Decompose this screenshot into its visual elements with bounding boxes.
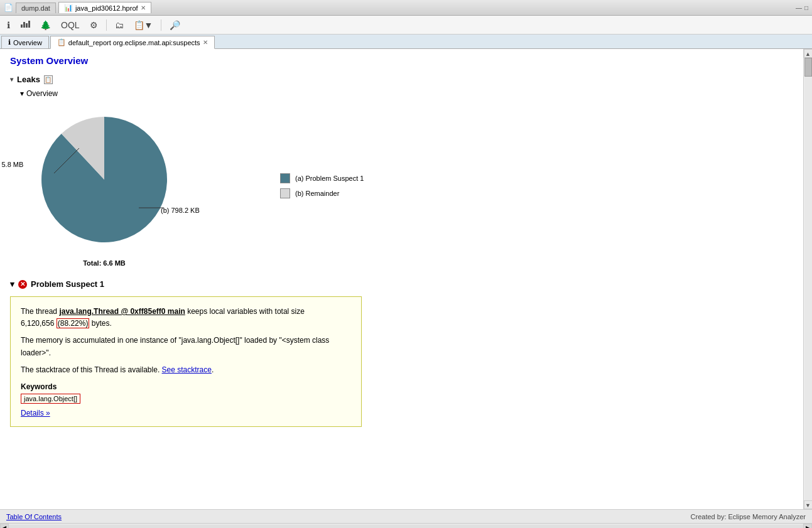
problem-toggle[interactable]: ▾ — [10, 279, 14, 289]
vertical-scrollbar[interactable]: ▲ ▼ — [803, 49, 812, 509]
problem-text-1: The thread java.lang.Thread @ 0xff85eff0… — [21, 306, 351, 330]
inactive-tab-label[interactable]: dump.dat — [16, 3, 56, 13]
nav-button[interactable]: 🗂 — [112, 18, 127, 32]
desc3-post: . — [212, 365, 214, 374]
dominator-button[interactable]: 🌲 — [37, 18, 54, 32]
problem-box: The thread java.lang.Thread @ 0xff85eff0… — [10, 296, 362, 427]
chart-area: (a) 5.8 MB — [29, 104, 793, 267]
horizontal-scrollbar[interactable]: ◀ ▶ — [0, 523, 812, 528]
active-title-tab[interactable]: 📊 java_pid30612.hprof ✕ — [58, 2, 151, 13]
pie-label-a: (a) 5.8 MB — [0, 161, 23, 168]
maximize-btn[interactable]: □ — [804, 4, 808, 11]
problem-text-3: The stacktrace of this Thread is availab… — [21, 364, 351, 376]
overview-toggle[interactable]: ▾ — [20, 89, 24, 98]
overview-label: Overview — [26, 89, 58, 98]
legend-color-b — [280, 188, 290, 198]
legend-item-a: (a) Problem Suspect 1 — [280, 173, 364, 183]
report-tab-icon: 📋 — [57, 38, 66, 46]
keyword-tag-0: java.lang.Object[] — [21, 394, 80, 404]
toc-link[interactable]: Table Of Contents — [6, 513, 62, 520]
main-wrapper: System Overview ▾ Leaks 📋 ▾ Overview (a)… — [0, 49, 812, 509]
svg-rect-1 — [23, 22, 25, 28]
leaks-label: Leaks — [17, 75, 40, 84]
h-scroll-track[interactable] — [9, 525, 803, 529]
keywords-section: Keywords java.lang.Object[] — [21, 382, 351, 404]
chart-legend: (a) Problem Suspect 1 (b) Remainder — [280, 173, 364, 198]
minimize-btn[interactable]: — — [796, 4, 802, 11]
search-button[interactable]: 🔎 — [166, 18, 183, 32]
overview-subsection-header: ▾ Overview — [20, 89, 793, 98]
svg-rect-0 — [21, 24, 23, 28]
report-tab-label: default_report org.eclipse.mat.api:suspe… — [68, 39, 200, 46]
svg-rect-3 — [28, 21, 30, 28]
pie-label-b: (b) 798.2 KB — [161, 207, 200, 214]
problem-suspect-header: ▾ ✕ Problem Suspect 1 — [10, 279, 793, 289]
hprof-tab-label: java_pid30612.hprof — [75, 4, 138, 12]
reports-button[interactable]: 📋▼ — [131, 18, 156, 32]
problem-text-2: The memory is accumulated in one instanc… — [21, 335, 351, 358]
hprof-tab-close[interactable]: ✕ — [141, 4, 146, 11]
pie-total: Total: 6.6 MB — [29, 259, 180, 267]
window-controls: — □ — [796, 4, 808, 11]
thread-ref: java.lang.Thread @ 0xff85eff0 main — [59, 307, 185, 316]
desc1-post: bytes. — [92, 319, 112, 328]
svg-rect-2 — [26, 23, 28, 28]
desc3-pre: The stacktrace of this Thread is availab… — [21, 365, 162, 374]
overview-tab-label: Overview — [13, 39, 42, 46]
title-icon: 📄 — [4, 3, 13, 12]
title-bar: 📄 dump.dat 📊 java_pid30612.hprof ✕ — □ — [0, 0, 812, 16]
legend-color-a — [280, 173, 290, 183]
leaks-icon: 📋 — [44, 75, 53, 84]
page-title: System Overview — [10, 55, 793, 66]
leaks-toggle[interactable]: ▾ — [10, 76, 13, 83]
scroll-thumb[interactable] — [804, 58, 812, 77]
legend-label-a: (a) Problem Suspect 1 — [295, 175, 364, 182]
toolbar-sep-2 — [161, 19, 161, 31]
stacktrace-link[interactable]: See stacktrace — [162, 365, 212, 374]
report-tab-close[interactable]: ✕ — [203, 39, 208, 46]
desc1-mid: keeps local variables with total size — [185, 307, 305, 316]
view-tab-strip: ℹ Overview 📋 default_report org.eclipse.… — [0, 35, 812, 49]
pie-slice-a — [41, 117, 167, 242]
leaks-section-header: ▾ Leaks 📋 — [10, 75, 793, 84]
oql-button[interactable]: OQL — [58, 18, 83, 32]
toolbar-sep-1 — [106, 19, 107, 31]
error-icon: ✕ — [18, 280, 27, 289]
overview-tab-icon: ℹ — [8, 38, 11, 46]
pct-highlight: (88.22%) — [57, 318, 90, 328]
content-area: System Overview ▾ Leaks 📋 ▾ Overview (a)… — [0, 49, 803, 509]
details-link[interactable]: Details » — [21, 409, 50, 418]
desc1-pre: The thread — [21, 307, 59, 316]
scroll-left-arrow[interactable]: ◀ — [0, 524, 9, 529]
tab-overview[interactable]: ℹ Overview — [1, 36, 49, 48]
histogram-button[interactable] — [17, 18, 33, 32]
problem-suspect-label: Problem Suspect 1 — [31, 279, 104, 289]
pie-chart — [29, 104, 180, 255]
status-bar: Table Of Contents Created by: Eclipse Me… — [0, 509, 812, 523]
created-by-label: Created by: Eclipse Memory Analyzer — [691, 513, 806, 520]
legend-item-b: (b) Remainder — [280, 188, 364, 198]
keywords-label: Keywords — [21, 382, 351, 391]
scroll-right-arrow[interactable]: ▶ — [803, 524, 812, 529]
pie-wrapper: (a) 5.8 MB — [29, 104, 180, 267]
legend-label-b: (b) Remainder — [295, 190, 339, 197]
scroll-down-arrow[interactable]: ▼ — [804, 500, 813, 509]
hprof-icon: 📊 — [64, 4, 73, 12]
tab-default-report[interactable]: 📋 default_report org.eclipse.mat.api:sus… — [50, 36, 215, 49]
desc1-size: 6,120,656 — [21, 319, 54, 328]
details-link-wrapper: Details » — [21, 409, 351, 418]
scroll-up-arrow[interactable]: ▲ — [804, 49, 813, 58]
toolbar: ℹ 🌲 OQL ⚙ 🗂 📋▼ 🔎 — [0, 16, 812, 35]
info-button[interactable]: ℹ — [4, 18, 13, 32]
scroll-track[interactable] — [804, 58, 812, 500]
desc1-pct: (88.22%) — [58, 319, 89, 328]
query-button[interactable]: ⚙ — [87, 18, 101, 32]
